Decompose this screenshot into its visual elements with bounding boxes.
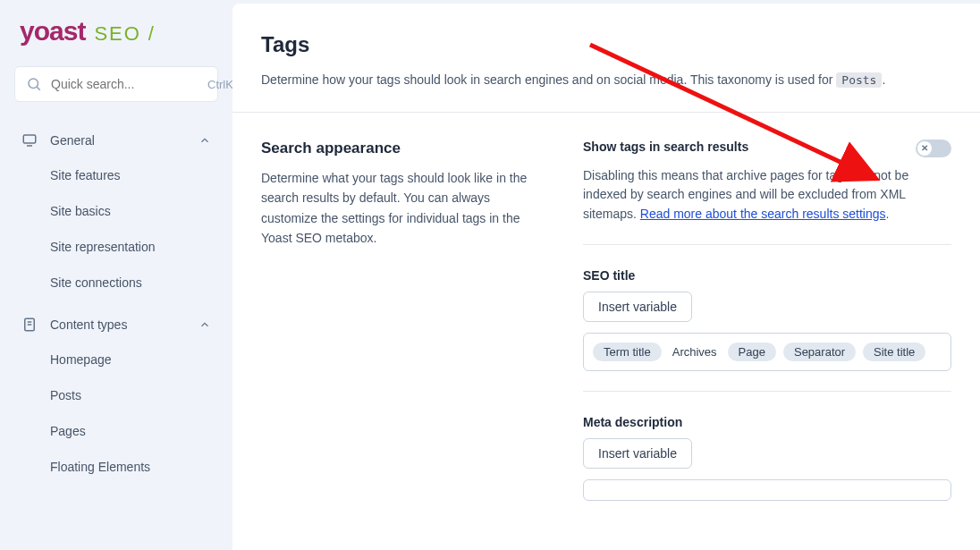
search-icon xyxy=(26,76,42,92)
sidebar-item-homepage[interactable]: Homepage xyxy=(14,342,218,377)
content-row: Search appearance Determine what your ta… xyxy=(232,113,980,501)
page-description: Determine how your tags should look in s… xyxy=(261,70,951,90)
toggle-knob-off-icon: ✕ xyxy=(917,141,932,156)
logo-brand: yoast xyxy=(20,16,85,47)
nav-header-content-types[interactable]: Content types xyxy=(14,308,218,342)
sidebar-item-site-connections[interactable]: Site connections xyxy=(14,265,218,300)
sidebar-item-site-basics[interactable]: Site basics xyxy=(14,193,218,229)
section-intro: Search appearance Determine what your ta… xyxy=(261,140,547,501)
seo-title-label: SEO title xyxy=(583,268,951,283)
toggle-help-post: . xyxy=(886,207,890,221)
meta-desc-insert-variable-button[interactable]: Insert variable xyxy=(583,438,692,469)
main-header: Tags Determine how your tags should look… xyxy=(232,4,980,113)
search-input[interactable] xyxy=(51,77,207,91)
toggle-help: Disabling this means that archive pages … xyxy=(583,166,951,224)
svg-line-1 xyxy=(37,87,39,89)
svg-rect-2 xyxy=(23,135,36,143)
section-fields: Show tags in search results ✕ Disabling … xyxy=(583,140,951,501)
variable-chip[interactable]: Separator xyxy=(783,343,856,361)
main-panel: Tags Determine how your tags should look… xyxy=(232,4,980,550)
sidebar-item-site-representation[interactable]: Site representation xyxy=(14,229,218,265)
sidebar: yoast SEO / CtrlK General Site features … xyxy=(0,0,232,550)
variable-chip[interactable]: Term title xyxy=(593,343,662,361)
seo-title-insert-variable-button[interactable]: Insert variable xyxy=(583,292,692,322)
nav-header-label: Content types xyxy=(50,317,199,332)
nav-group-content-types: Content types Homepage Posts Pages Float… xyxy=(14,308,218,485)
sidebar-item-pages[interactable]: Pages xyxy=(14,413,218,449)
nav-header-general[interactable]: General xyxy=(14,123,218,157)
seo-title-input[interactable]: Term title Archives Page Separator Site … xyxy=(583,333,951,371)
logo: yoast SEO / xyxy=(14,16,218,47)
monitor-icon xyxy=(21,132,38,148)
field-show-tags: Show tags in search results ✕ Disabling … xyxy=(583,140,951,245)
sidebar-item-posts[interactable]: Posts xyxy=(14,377,218,413)
meta-desc-input[interactable] xyxy=(583,479,951,501)
variable-chip[interactable]: Site title xyxy=(863,343,925,361)
logo-slash: / xyxy=(148,22,154,46)
section-desc: Determine what your tags should look lik… xyxy=(261,168,547,249)
show-tags-toggle[interactable]: ✕ xyxy=(916,140,951,157)
taxonomy-pill: Posts xyxy=(836,72,882,88)
field-seo-title: SEO title Insert variable Term title Arc… xyxy=(583,268,951,392)
sidebar-item-floating-elements[interactable]: Floating Elements xyxy=(14,449,218,485)
nav-group-general: General Site features Site basics Site r… xyxy=(14,123,218,300)
svg-point-0 xyxy=(29,79,38,89)
search-box[interactable]: CtrlK xyxy=(14,66,218,102)
field-meta-description: Meta description Insert variable xyxy=(583,415,951,501)
meta-desc-label: Meta description xyxy=(583,415,951,429)
search-shortcut: CtrlK xyxy=(207,78,233,91)
sidebar-item-site-features[interactable]: Site features xyxy=(14,157,218,193)
page-desc-post: . xyxy=(882,72,885,87)
logo-suffix: SEO xyxy=(94,22,140,46)
document-icon xyxy=(21,317,38,333)
section-title: Search appearance xyxy=(261,140,547,157)
literal-text: Archives xyxy=(669,343,721,361)
toggle-help-link[interactable]: Read more about the search results setti… xyxy=(640,207,886,221)
chevron-up-icon xyxy=(199,318,211,331)
chevron-up-icon xyxy=(199,134,211,147)
toggle-label: Show tags in search results xyxy=(583,140,748,154)
page-title: Tags xyxy=(261,32,951,57)
page-desc-text: Determine how your tags should look in s… xyxy=(261,72,836,87)
nav-header-label: General xyxy=(50,133,199,148)
variable-chip[interactable]: Page xyxy=(728,343,776,361)
